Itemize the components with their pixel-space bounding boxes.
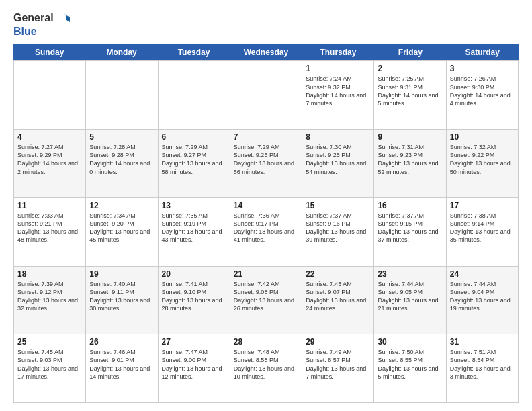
day-number-12: 12 xyxy=(89,201,154,210)
cal-cell-10: 10Sunrise: 7:32 AM Sunset: 9:22 PM Dayli… xyxy=(447,130,519,197)
cal-cell-29: 29Sunrise: 7:49 AM Sunset: 8:57 PM Dayli… xyxy=(302,334,374,402)
cal-cell-22: 22Sunrise: 7:43 AM Sunset: 9:07 PM Dayli… xyxy=(302,267,374,334)
day-number-26: 26 xyxy=(89,337,154,347)
cell-text-15: Sunrise: 7:37 AM Sunset: 9:16 PM Dayligh… xyxy=(306,212,370,244)
cell-text-28: Sunrise: 7:48 AM Sunset: 8:58 PM Dayligh… xyxy=(234,348,298,381)
cell-text-18: Sunrise: 7:39 AM Sunset: 9:12 PM Dayligh… xyxy=(17,280,82,313)
cal-cell-3: 3Sunrise: 7:26 AM Sunset: 9:30 PM Daylig… xyxy=(447,61,519,129)
day-number-11: 11 xyxy=(17,201,82,210)
day-number-20: 20 xyxy=(162,269,226,279)
day-number-4: 4 xyxy=(17,132,82,142)
header-monday: Monday xyxy=(85,44,157,60)
cal-cell-25: 25Sunrise: 7:45 AM Sunset: 9:03 PM Dayli… xyxy=(14,334,86,402)
day-number-1: 1 xyxy=(306,64,370,73)
cell-text-20: Sunrise: 7:41 AM Sunset: 9:10 PM Dayligh… xyxy=(162,280,226,313)
cell-text-9: Sunrise: 7:31 AM Sunset: 9:23 PM Dayligh… xyxy=(378,143,442,176)
cell-text-10: Sunrise: 7:32 AM Sunset: 9:22 PM Dayligh… xyxy=(450,143,515,176)
day-number-27: 27 xyxy=(162,337,226,347)
cell-text-26: Sunrise: 7:46 AM Sunset: 9:01 PM Dayligh… xyxy=(89,348,154,381)
cal-cell-11: 11Sunrise: 7:33 AM Sunset: 9:21 PM Dayli… xyxy=(14,198,86,266)
calendar: SundayMondayTuesdayWednesdayThursdayFrid… xyxy=(13,44,519,403)
cal-cell-empty-0-2 xyxy=(159,61,230,129)
header-sunday: Sunday xyxy=(13,44,85,60)
cell-text-5: Sunrise: 7:28 AM Sunset: 9:28 PM Dayligh… xyxy=(89,143,154,176)
cell-text-11: Sunrise: 7:33 AM Sunset: 9:21 PM Dayligh… xyxy=(17,212,82,244)
cal-cell-empty-0-0 xyxy=(14,61,86,129)
cell-text-22: Sunrise: 7:43 AM Sunset: 9:07 PM Dayligh… xyxy=(306,280,370,313)
cal-row-2: 11Sunrise: 7:33 AM Sunset: 9:21 PM Dayli… xyxy=(13,198,519,267)
cal-cell-14: 14Sunrise: 7:36 AM Sunset: 9:17 PM Dayli… xyxy=(230,198,302,266)
cal-cell-18: 18Sunrise: 7:39 AM Sunset: 9:12 PM Dayli… xyxy=(14,267,86,334)
day-number-5: 5 xyxy=(89,132,154,142)
cell-text-7: Sunrise: 7:29 AM Sunset: 9:26 PM Dayligh… xyxy=(234,143,298,176)
day-number-10: 10 xyxy=(450,132,515,142)
day-number-8: 8 xyxy=(306,132,370,142)
cal-row-0: 1Sunrise: 7:24 AM Sunset: 9:32 PM Daylig… xyxy=(13,60,519,130)
page: General Blue SundayMondayTuesdayWednesda… xyxy=(0,0,532,411)
cal-cell-empty-0-3 xyxy=(230,61,302,129)
cell-text-31: Sunrise: 7:51 AM Sunset: 8:54 PM Dayligh… xyxy=(450,348,515,381)
cal-cell-12: 12Sunrise: 7:34 AM Sunset: 9:20 PM Dayli… xyxy=(86,198,158,266)
header-friday: Friday xyxy=(374,44,446,60)
day-number-21: 21 xyxy=(234,269,298,279)
cal-cell-1: 1Sunrise: 7:24 AM Sunset: 9:32 PM Daylig… xyxy=(302,61,374,129)
day-number-24: 24 xyxy=(450,269,515,279)
cal-row-1: 4Sunrise: 7:27 AM Sunset: 9:29 PM Daylig… xyxy=(13,130,519,198)
day-number-31: 31 xyxy=(450,337,515,347)
cell-text-24: Sunrise: 7:44 AM Sunset: 9:04 PM Dayligh… xyxy=(450,280,515,313)
logo: General Blue xyxy=(13,11,71,38)
cal-cell-19: 19Sunrise: 7:40 AM Sunset: 9:11 PM Dayli… xyxy=(86,267,158,334)
cal-cell-27: 27Sunrise: 7:47 AM Sunset: 9:00 PM Dayli… xyxy=(159,334,230,402)
day-number-29: 29 xyxy=(306,337,370,347)
day-number-13: 13 xyxy=(162,201,226,210)
cal-cell-26: 26Sunrise: 7:46 AM Sunset: 9:01 PM Dayli… xyxy=(86,334,158,402)
cal-cell-7: 7Sunrise: 7:29 AM Sunset: 9:26 PM Daylig… xyxy=(230,130,302,197)
day-number-2: 2 xyxy=(378,64,442,73)
cal-cell-30: 30Sunrise: 7:50 AM Sunset: 8:55 PM Dayli… xyxy=(374,334,446,402)
cal-cell-31: 31Sunrise: 7:51 AM Sunset: 8:54 PM Dayli… xyxy=(447,334,519,402)
day-number-17: 17 xyxy=(450,201,515,210)
cell-text-12: Sunrise: 7:34 AM Sunset: 9:20 PM Dayligh… xyxy=(89,212,154,244)
cal-cell-21: 21Sunrise: 7:42 AM Sunset: 9:08 PM Dayli… xyxy=(230,267,302,334)
cal-cell-20: 20Sunrise: 7:41 AM Sunset: 9:10 PM Dayli… xyxy=(159,267,230,334)
cell-text-23: Sunrise: 7:44 AM Sunset: 9:05 PM Dayligh… xyxy=(378,280,442,313)
cal-cell-9: 9Sunrise: 7:31 AM Sunset: 9:23 PM Daylig… xyxy=(374,130,446,197)
cell-text-16: Sunrise: 7:37 AM Sunset: 9:15 PM Dayligh… xyxy=(378,212,442,244)
cal-cell-23: 23Sunrise: 7:44 AM Sunset: 9:05 PM Dayli… xyxy=(374,267,446,334)
cal-cell-17: 17Sunrise: 7:38 AM Sunset: 9:14 PM Dayli… xyxy=(447,198,519,266)
cell-text-19: Sunrise: 7:40 AM Sunset: 9:11 PM Dayligh… xyxy=(89,280,154,313)
header-thursday: Thursday xyxy=(302,44,374,60)
header-saturday: Saturday xyxy=(447,44,519,60)
day-number-6: 6 xyxy=(162,132,226,142)
svg-marker-1 xyxy=(66,15,70,22)
cell-text-2: Sunrise: 7:25 AM Sunset: 9:31 PM Dayligh… xyxy=(378,75,442,107)
cell-text-29: Sunrise: 7:49 AM Sunset: 8:57 PM Dayligh… xyxy=(306,348,370,381)
cell-text-8: Sunrise: 7:30 AM Sunset: 9:25 PM Dayligh… xyxy=(306,143,370,176)
cal-cell-6: 6Sunrise: 7:29 AM Sunset: 9:27 PM Daylig… xyxy=(159,130,230,197)
day-number-22: 22 xyxy=(306,269,370,279)
cal-cell-4: 4Sunrise: 7:27 AM Sunset: 9:29 PM Daylig… xyxy=(14,130,86,197)
cal-cell-empty-0-1 xyxy=(86,61,158,129)
calendar-body: 1Sunrise: 7:24 AM Sunset: 9:32 PM Daylig… xyxy=(13,60,519,403)
cell-text-13: Sunrise: 7:35 AM Sunset: 9:19 PM Dayligh… xyxy=(162,212,226,244)
day-number-18: 18 xyxy=(17,269,82,279)
cell-text-4: Sunrise: 7:27 AM Sunset: 9:29 PM Dayligh… xyxy=(17,143,82,176)
header-row: General Blue xyxy=(13,11,519,38)
cal-cell-2: 2Sunrise: 7:25 AM Sunset: 9:31 PM Daylig… xyxy=(374,61,446,129)
cal-cell-15: 15Sunrise: 7:37 AM Sunset: 9:16 PM Dayli… xyxy=(302,198,374,266)
header-tuesday: Tuesday xyxy=(158,44,230,60)
day-number-16: 16 xyxy=(378,201,442,210)
cell-text-21: Sunrise: 7:42 AM Sunset: 9:08 PM Dayligh… xyxy=(234,280,298,313)
cell-text-3: Sunrise: 7:26 AM Sunset: 9:30 PM Dayligh… xyxy=(450,75,515,107)
cal-cell-13: 13Sunrise: 7:35 AM Sunset: 9:19 PM Dayli… xyxy=(159,198,230,266)
cell-text-25: Sunrise: 7:45 AM Sunset: 9:03 PM Dayligh… xyxy=(17,348,82,381)
cal-cell-16: 16Sunrise: 7:37 AM Sunset: 9:15 PM Dayli… xyxy=(374,198,446,266)
day-number-3: 3 xyxy=(450,64,515,73)
cal-cell-24: 24Sunrise: 7:44 AM Sunset: 9:04 PM Dayli… xyxy=(447,267,519,334)
day-number-23: 23 xyxy=(378,269,442,279)
cell-text-1: Sunrise: 7:24 AM Sunset: 9:32 PM Dayligh… xyxy=(306,75,370,107)
cal-cell-28: 28Sunrise: 7:48 AM Sunset: 8:58 PM Dayli… xyxy=(230,334,302,402)
cal-cell-5: 5Sunrise: 7:28 AM Sunset: 9:28 PM Daylig… xyxy=(86,130,158,197)
cell-text-27: Sunrise: 7:47 AM Sunset: 9:00 PM Dayligh… xyxy=(162,348,226,381)
day-number-9: 9 xyxy=(378,132,442,142)
